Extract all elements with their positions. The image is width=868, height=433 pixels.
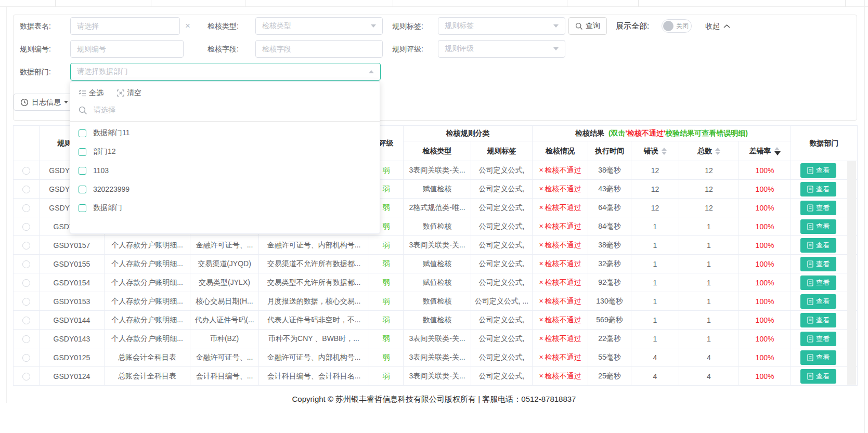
view-button[interactable]: 查看 [800,275,836,290]
check-field-input[interactable] [256,41,382,57]
check-status-cell[interactable]: ×检核不通过 [533,311,588,330]
rule-tag-select[interactable]: 规则标签 [438,17,565,35]
clear-icon[interactable]: × [185,17,190,35]
row-radio[interactable] [22,204,30,212]
show-all-toggle[interactable]: 关闭 [662,19,692,33]
clear-action[interactable]: 清空 [117,88,141,98]
row-radio[interactable] [22,298,30,306]
dept-option-label: 1103 [93,166,109,175]
check-status-cell[interactable]: ×检核不通过 [533,217,588,236]
view-button[interactable]: 查看 [800,182,836,196]
total-cell: 4 [679,367,739,386]
exec-time-cell: 130毫秒 [588,292,631,311]
checkbox-icon[interactable] [79,129,86,137]
errors-header[interactable]: 错误 [631,141,679,161]
dept-option[interactable]: 部门12 [70,142,380,161]
status-text: 检核不通过 [545,259,581,268]
chevron-down-icon [553,47,559,50]
row-radio[interactable] [22,223,30,231]
errors-cell: 12 [631,161,679,180]
dept-option[interactable]: 数据部门11 [70,124,380,142]
row-radio[interactable] [22,167,30,175]
check-status-cell[interactable]: ×检核不通过 [533,330,588,348]
view-button[interactable]: 查看 [800,201,836,215]
total-header[interactable]: 总数 [679,141,739,161]
rule-tag-cell: 公司定义公式, [471,273,533,292]
check-status-cell[interactable]: ×检核不通过 [533,255,588,273]
rule-level-select[interactable]: 规则评级 [438,40,565,58]
view-button-label: 查看 [816,166,830,175]
table-name-cell: 个人存款分户账明细... [105,330,190,348]
check-status-cell[interactable]: ×检核不通过 [533,348,588,367]
table-name-cell: 个人存款分户账明细... [105,292,190,311]
error-rate-header[interactable]: 差错率 [739,141,791,161]
view-button[interactable]: 查看 [800,219,836,234]
collapse-link[interactable]: 收起 [705,15,730,37]
checkbox-icon[interactable] [79,148,86,156]
errors-cell: 12 [631,199,679,217]
rule-desc-cell: 代表人证件号码非空时，不... [259,311,369,330]
table-name-label: 数据表名: [20,17,51,35]
dept-option[interactable]: 320223999 [70,180,380,199]
view-button[interactable]: 查看 [800,238,836,253]
view-button[interactable]: 查看 [800,313,836,327]
fail-x-icon: × [539,222,543,230]
dept-option[interactable]: 1103 [70,161,380,180]
table-row: GSDY0154 个人存款分户账明细... 交易类型(JYLX) 交易类型不允许… [14,273,858,292]
data-dept-select[interactable]: 请选择数据部门 [70,63,381,81]
exec-time-cell: 55毫秒 [588,348,631,367]
view-button[interactable]: 查看 [800,332,836,346]
table-name-cell: 总账会计全科目表 [105,348,190,367]
row-radio[interactable] [22,279,30,287]
checkbox-icon[interactable] [79,167,86,175]
check-status-cell[interactable]: ×检核不通过 [533,161,588,180]
chevron-up-icon [369,70,374,73]
toggle-state-label: 关闭 [676,22,689,31]
row-radio[interactable] [22,317,30,324]
checkbox-icon[interactable] [79,204,86,212]
rule-tag-cell: 公司定义公式, ... [471,292,533,311]
check-type-cell: 数值检核 [404,311,471,330]
errors-cell: 1 [631,311,679,330]
errors-cell: 1 [631,273,679,292]
row-radio[interactable] [22,335,30,343]
check-status-cell[interactable]: ×检核不通过 [533,199,588,217]
total-cell: 12 [679,199,739,217]
view-button[interactable]: 查看 [800,163,836,178]
divider [567,0,567,7]
status-text: 检核不通过 [545,278,581,286]
table-scrollbar[interactable] [847,161,856,385]
row-radio[interactable] [22,354,30,362]
log-info-label: 日志信息 [32,98,61,107]
checkbox-icon[interactable] [79,186,86,193]
document-icon [807,373,813,380]
clear-label: 清空 [127,88,141,98]
view-button[interactable]: 查看 [800,294,836,309]
row-radio[interactable] [22,186,30,193]
view-button[interactable]: 查看 [800,257,836,271]
status-text: 检核不通过 [545,185,581,193]
check-status-cell[interactable]: ×检核不通过 [533,180,588,199]
check-type-select[interactable]: 检核类型 [255,17,383,35]
dept-option[interactable]: 数据部门 [70,199,380,217]
rule-no-input[interactable] [71,41,183,57]
dept-search-input[interactable]: 请选择 [70,101,380,119]
query-button[interactable]: 查询 [568,17,607,35]
errors-cell: 1 [631,236,679,255]
rule-desc-cell: 会计科目编号、会计科目名... [259,367,369,386]
row-radio[interactable] [22,260,30,268]
select-all-action[interactable]: 全选 [79,88,103,98]
view-button[interactable]: 查看 [800,350,836,365]
rule-tag-cell: 公司定义公式, [471,199,533,217]
check-status-cell[interactable]: ×检核不通过 [533,292,588,311]
check-status-cell[interactable]: ×检核不通过 [533,367,588,386]
row-radio[interactable] [22,373,30,380]
view-button[interactable]: 查看 [800,369,836,384]
check-status-cell[interactable]: ×检核不通过 [533,236,588,255]
row-radio[interactable] [22,242,30,250]
document-icon [807,204,813,212]
log-info-button[interactable]: 日志信息 [14,94,75,111]
check-status-cell[interactable]: ×检核不通过 [533,273,588,292]
rule-desc-cell: 金融许可证号、内部机构号... [259,236,369,255]
table-name-input[interactable] [71,18,179,34]
